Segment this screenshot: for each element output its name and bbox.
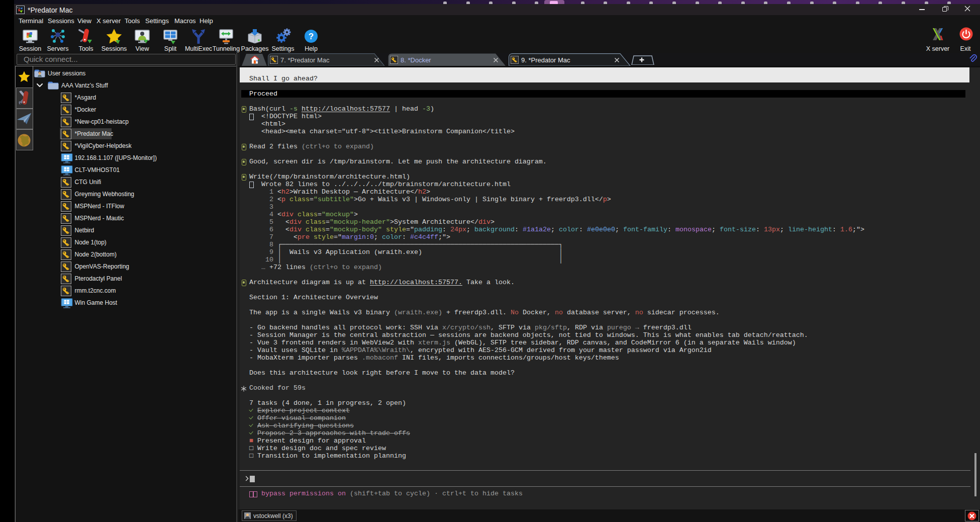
svg-text:?: ? [309,32,314,41]
